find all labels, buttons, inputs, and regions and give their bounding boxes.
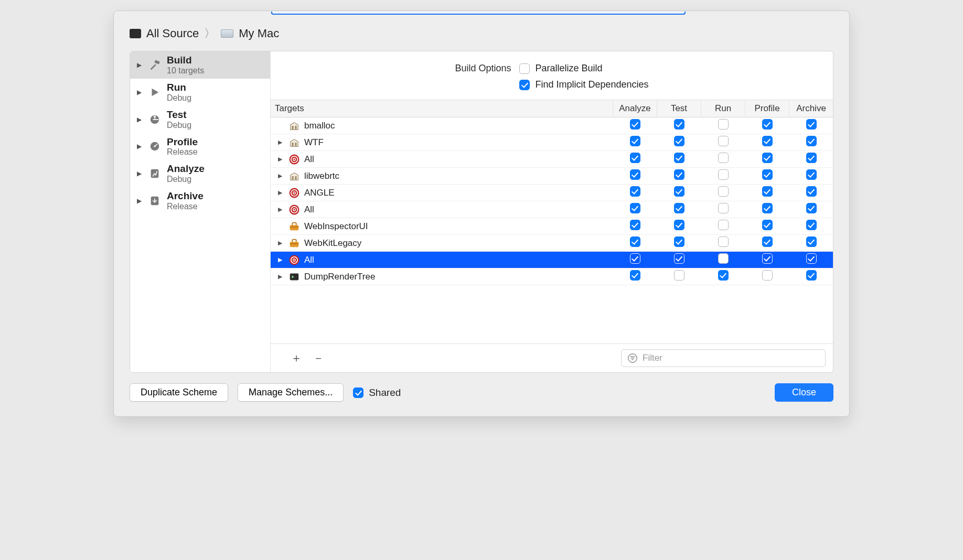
table-row[interactable]: ▶ ANGLE: [271, 185, 833, 201]
disclosure-triangle-icon[interactable]: ▶: [276, 256, 284, 263]
table-row[interactable]: ▶ All: [271, 201, 833, 218]
row-action-checkbox[interactable]: [718, 220, 729, 230]
disclosure-triangle-icon[interactable]: ▶: [276, 206, 284, 213]
disclosure-triangle-icon[interactable]: ▶: [135, 89, 143, 96]
implicit-deps-checkbox[interactable]: [519, 80, 530, 90]
disclosure-triangle-icon[interactable]: ▶: [135, 170, 143, 177]
row-action-checkbox[interactable]: [806, 253, 817, 264]
row-action-checkbox[interactable]: [718, 203, 729, 213]
disclosure-triangle-icon[interactable]: ▶: [135, 61, 143, 69]
row-action-checkbox[interactable]: [762, 153, 773, 163]
table-row[interactable]: ▶ WebKitLegacy: [271, 235, 833, 252]
disclosure-triangle-icon[interactable]: ▶: [276, 240, 284, 246]
row-action-checkbox[interactable]: [806, 220, 817, 230]
disclosure-triangle-icon[interactable]: ▶: [276, 273, 284, 280]
row-action-checkbox[interactable]: [718, 270, 729, 281]
row-action-checkbox[interactable]: [674, 153, 684, 163]
column-header-targets[interactable]: Targets: [271, 100, 613, 117]
row-action-checkbox[interactable]: [718, 153, 729, 163]
row-action-checkbox[interactable]: [718, 186, 729, 197]
disclosure-triangle-icon[interactable]: ▶: [276, 156, 284, 163]
row-action-checkbox[interactable]: [718, 236, 729, 247]
breadcrumb-destination[interactable]: My Mac: [239, 27, 279, 40]
sidebar-item-archive[interactable]: ▶ Archive Release: [130, 187, 270, 214]
row-action-checkbox[interactable]: [674, 236, 684, 247]
table-row[interactable]: ▶ DumpRenderTree: [271, 268, 833, 285]
row-action-checkbox[interactable]: [630, 136, 640, 146]
row-action-checkbox[interactable]: [806, 119, 817, 130]
row-action-checkbox[interactable]: [762, 270, 773, 281]
duplicate-scheme-button[interactable]: Duplicate Scheme: [130, 383, 228, 402]
filter-field[interactable]: [621, 349, 826, 367]
row-action-checkbox[interactable]: [806, 186, 817, 197]
row-action-checkbox[interactable]: [630, 119, 640, 130]
row-action-checkbox[interactable]: [630, 236, 640, 247]
row-action-checkbox[interactable]: [630, 169, 640, 180]
parallelize-build-option[interactable]: Parallelize Build: [519, 63, 648, 74]
row-action-checkbox[interactable]: [762, 136, 773, 146]
table-row[interactable]: ▶ libwebrtc: [271, 168, 833, 185]
column-header-archive[interactable]: Archive: [789, 100, 833, 117]
row-action-checkbox[interactable]: [630, 153, 640, 163]
row-action-checkbox[interactable]: [806, 270, 817, 281]
row-action-checkbox[interactable]: [630, 203, 640, 213]
disclosure-triangle-icon[interactable]: ▶: [135, 143, 143, 150]
row-action-checkbox[interactable]: [806, 153, 817, 163]
table-row[interactable]: ▶ All: [271, 151, 833, 168]
row-action-checkbox[interactable]: [762, 203, 773, 213]
manage-schemes-button[interactable]: Manage Schemes...: [238, 383, 344, 402]
disclosure-triangle-icon[interactable]: ▶: [135, 116, 143, 123]
row-action-checkbox[interactable]: [674, 136, 684, 146]
row-action-checkbox[interactable]: [718, 253, 729, 264]
sidebar-item-test[interactable]: ▶ Test Debug: [130, 106, 270, 133]
row-action-checkbox[interactable]: [806, 236, 817, 247]
add-target-button[interactable]: ＋: [291, 350, 302, 366]
filter-input[interactable]: [643, 353, 820, 363]
row-action-checkbox[interactable]: [674, 186, 684, 197]
column-header-test[interactable]: Test: [657, 100, 701, 117]
column-header-profile[interactable]: Profile: [745, 100, 789, 117]
sidebar-item-run[interactable]: ▶ Run Debug: [130, 79, 270, 106]
row-action-checkbox[interactable]: [630, 220, 640, 230]
row-action-checkbox[interactable]: [674, 119, 684, 130]
column-header-run[interactable]: Run: [701, 100, 745, 117]
row-action-checkbox[interactable]: [674, 253, 684, 264]
row-action-checkbox[interactable]: [762, 169, 773, 180]
close-button[interactable]: Close: [775, 383, 833, 402]
row-action-checkbox[interactable]: [762, 220, 773, 230]
row-action-checkbox[interactable]: [762, 186, 773, 197]
row-action-checkbox[interactable]: [630, 186, 640, 197]
column-header-analyze[interactable]: Analyze: [613, 100, 657, 117]
row-action-checkbox[interactable]: [630, 270, 640, 281]
implicit-deps-option[interactable]: Find Implicit Dependencies: [519, 79, 648, 90]
row-action-checkbox[interactable]: [806, 136, 817, 146]
disclosure-triangle-icon[interactable]: ▶: [276, 189, 284, 196]
row-action-checkbox[interactable]: [674, 169, 684, 180]
breadcrumb-scheme[interactable]: All Source: [146, 27, 199, 40]
row-action-checkbox[interactable]: [674, 270, 684, 281]
row-action-checkbox[interactable]: [630, 253, 640, 264]
table-row[interactable]: ▶ All: [271, 252, 833, 268]
row-action-checkbox[interactable]: [718, 169, 729, 180]
table-row[interactable]: bmalloc: [271, 117, 833, 134]
parallelize-build-checkbox[interactable]: [519, 63, 530, 74]
shared-option[interactable]: Shared: [353, 387, 401, 399]
sidebar-item-profile[interactable]: ▶ Profile Release: [130, 133, 270, 160]
sidebar-item-analyze[interactable]: ▶ Analyze Debug: [130, 160, 270, 187]
row-action-checkbox[interactable]: [762, 236, 773, 247]
row-action-checkbox[interactable]: [806, 203, 817, 213]
row-action-checkbox[interactable]: [718, 119, 729, 130]
row-action-checkbox[interactable]: [762, 119, 773, 130]
sidebar-item-build[interactable]: ▶ Build 10 targets: [130, 51, 270, 79]
row-action-checkbox[interactable]: [674, 203, 684, 213]
disclosure-triangle-icon[interactable]: ▶: [135, 197, 143, 204]
disclosure-triangle-icon[interactable]: ▶: [276, 173, 284, 179]
row-action-checkbox[interactable]: [718, 136, 729, 146]
shared-checkbox[interactable]: [353, 387, 363, 398]
remove-target-button[interactable]: －: [313, 350, 324, 366]
row-action-checkbox[interactable]: [674, 220, 684, 230]
table-row[interactable]: ▶ WTF: [271, 134, 833, 151]
row-action-checkbox[interactable]: [806, 169, 817, 180]
disclosure-triangle-icon[interactable]: ▶: [276, 139, 284, 146]
row-action-checkbox[interactable]: [762, 253, 773, 264]
